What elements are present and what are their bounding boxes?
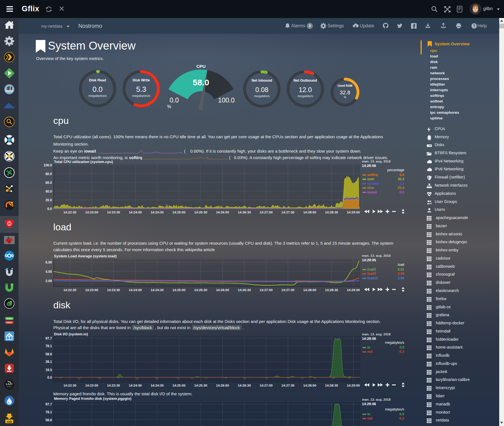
svg-text:Memory Paged from/to disk (sys: Memory Paged from/to disk (system.pgpgio… (54, 396, 132, 401)
svg-text:32.8: 32.8 (340, 90, 350, 95)
svg-text:6.51: 6.51 (398, 267, 404, 271)
svg-text:97.7: 97.7 (45, 336, 52, 340)
svg-text:14:27:00: 14:27:00 (260, 384, 273, 387)
svg-text:14:24:00: 14:24:00 (129, 288, 142, 292)
svg-text:14:26:00: 14:26:00 (216, 384, 229, 387)
svg-text:System Load Average (system.lo: System Load Average (system.load) (54, 254, 117, 258)
svg-text:100.0: 100.0 (43, 163, 52, 167)
svg-text:58.0: 58.0 (193, 78, 209, 87)
svg-text:5.3: 5.3 (136, 85, 146, 93)
svg-text:14:28:30: 14:28:30 (325, 288, 338, 292)
svg-text:load15: load15 (367, 276, 378, 280)
svg-text:2.00: 2.00 (45, 279, 52, 283)
svg-text:14:24:00: 14:24:00 (129, 384, 142, 387)
svg-text:12.0: 12.0 (299, 86, 312, 93)
svg-text:megabits/s: megabits/s (254, 94, 270, 98)
svg-text:39.1: 39.1 (45, 360, 52, 364)
svg-text:Used RAM: Used RAM (338, 84, 353, 87)
svg-text:load1: load1 (367, 267, 376, 271)
svg-text:60.0: 60.0 (45, 181, 52, 185)
svg-text:78.1: 78.1 (45, 344, 52, 348)
svg-text:megabytes/s: megabytes/s (385, 407, 404, 411)
svg-text:man. 13. aug. 2018: man. 13. aug. 2018 (362, 254, 391, 257)
svg-text:80.0: 80.0 (45, 172, 52, 176)
svg-text:Online: Online (6, 318, 12, 320)
svg-text:14:28:30: 14:28:30 (325, 211, 338, 214)
svg-text:14:29:00: 14:29:00 (347, 211, 360, 214)
svg-text:?: ? (473, 24, 476, 28)
svg-text:Disk Read: Disk Read (89, 78, 106, 82)
svg-text:14:24:30: 14:24:30 (151, 288, 163, 292)
svg-text:nice: nice (367, 186, 374, 190)
svg-text:%: % (167, 104, 171, 109)
svg-text:iowait: iowait (367, 190, 377, 194)
svg-text:14:29:06: 14:29:06 (362, 337, 376, 341)
svg-text:14:25:30: 14:25:30 (194, 211, 207, 214)
svg-text:14:24:30: 14:24:30 (151, 211, 163, 214)
svg-text:system: system (367, 182, 379, 186)
svg-text:megabits/s: megabits/s (297, 94, 313, 98)
svg-text:-5.3: -5.3 (398, 350, 404, 354)
svg-text:0.0: 0.0 (399, 190, 404, 194)
svg-text:14:26:00: 14:26:00 (216, 211, 229, 214)
svg-text:2.06: 2.06 (398, 276, 404, 280)
svg-text:Offline: Offline (6, 322, 12, 324)
svg-text:14:25:00: 14:25:00 (173, 288, 185, 292)
svg-text:14:22:30: 14:22:30 (63, 384, 76, 387)
svg-text:load: load (398, 263, 404, 267)
svg-text:0.0: 0.0 (399, 412, 404, 416)
svg-text:14:22:30: 14:22:30 (63, 211, 76, 214)
svg-text:user: user (367, 177, 375, 181)
svg-text:megabytes/s: megabytes/s (385, 341, 404, 345)
svg-text:14:23:00: 14:23:00 (85, 211, 98, 214)
svg-text:man. 13. aug. 2018: man. 13. aug. 2018 (362, 160, 391, 163)
svg-text:100.0: 100.0 (218, 97, 235, 104)
svg-text:librarian: librarian (7, 386, 12, 387)
svg-text:14:27:30: 14:27:30 (281, 288, 294, 292)
svg-text:14:28:30: 14:28:30 (325, 384, 338, 387)
svg-text:19.5: 19.5 (45, 368, 52, 372)
svg-text:58.6: 58.6 (45, 352, 52, 356)
svg-text:load5: load5 (367, 272, 376, 276)
svg-text:14:25:00: 14:25:00 (173, 211, 185, 214)
svg-text:78.1: 78.1 (45, 410, 52, 414)
svg-text:14:23:30: 14:23:30 (107, 288, 120, 292)
svg-text:14:27:30: 14:27:30 (281, 384, 294, 387)
svg-text:14:24:00: 14:24:00 (129, 211, 142, 214)
svg-text:in: in (367, 345, 370, 349)
svg-text:14:28:00: 14:28:00 (303, 211, 316, 214)
svg-text:14:26:00: 14:26:00 (216, 288, 229, 292)
svg-text:14:27:00: 14:27:00 (260, 211, 273, 214)
svg-text:Disk I/O (system.io): Disk I/O (system.io) (54, 332, 88, 336)
svg-text:6.00: 6.00 (45, 260, 52, 264)
svg-text:4.00: 4.00 (45, 270, 52, 274)
svg-text:14:28:00: 14:28:00 (303, 384, 316, 387)
svg-text:14:25:30: 14:25:30 (194, 288, 207, 292)
svg-text:man. 13. aug. 2018: man. 13. aug. 2018 (362, 333, 391, 336)
svg-text:percentage: percentage (387, 168, 404, 172)
svg-text:softirq: softirq (367, 173, 378, 177)
svg-text:0.0: 0.0 (47, 376, 52, 380)
svg-text:14:23:30: 14:23:30 (107, 384, 120, 387)
svg-text:megabytes/s: megabytes/s (132, 94, 150, 97)
svg-text:14:29:00: 14:29:00 (347, 288, 360, 292)
svg-text:14:29:06: 14:29:06 (362, 164, 376, 168)
svg-text:97.7: 97.7 (45, 402, 52, 406)
svg-text:14:26:30: 14:26:30 (238, 288, 251, 292)
svg-text:Total CPU utilization (system.: Total CPU utilization (system.cpu) (54, 160, 113, 164)
svg-text:Net Outbound: Net Outbound (293, 79, 317, 82)
svg-text:14:27:00: 14:27:00 (260, 288, 273, 292)
svg-text:14:29:06: 14:29:06 (362, 402, 376, 406)
svg-text:14:23:00: 14:23:00 (85, 288, 98, 292)
svg-text:Net Inbound: Net Inbound (252, 79, 272, 82)
svg-text:14:22:30: 14:22:30 (63, 288, 76, 292)
svg-text:out: out (367, 416, 373, 420)
svg-text:megabytes/s: megabytes/s (88, 94, 107, 97)
svg-text:0.0: 0.0 (47, 207, 52, 211)
svg-text:%: % (344, 96, 346, 99)
svg-text:14:25:00: 14:25:00 (173, 384, 185, 387)
svg-text:14:26:30: 14:26:30 (238, 211, 251, 214)
svg-text:0.0: 0.0 (399, 173, 404, 177)
svg-text:in: in (367, 412, 370, 416)
svg-text:40.0: 40.0 (45, 189, 52, 193)
